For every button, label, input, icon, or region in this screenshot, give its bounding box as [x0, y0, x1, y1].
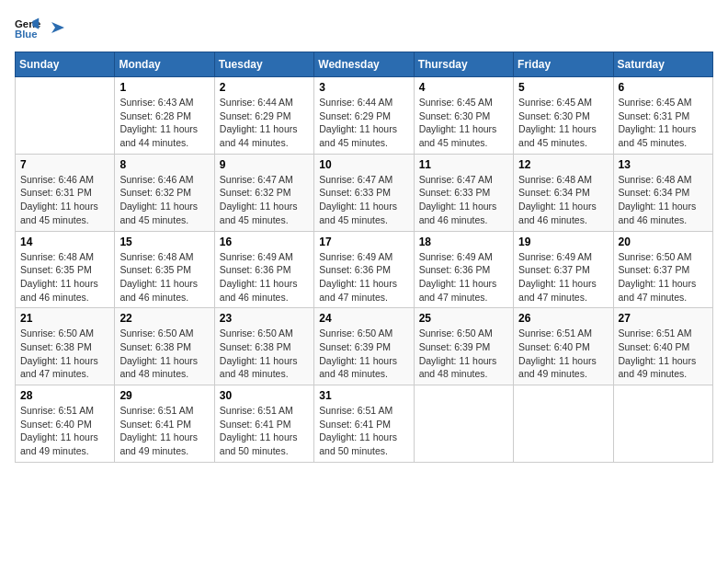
day-number: 12 — [518, 158, 608, 171]
calendar-cell: 6Sunrise: 6:45 AM Sunset: 6:31 PM Daylig… — [613, 77, 712, 155]
day-number: 4 — [419, 81, 508, 94]
calendar-cell: 3Sunrise: 6:44 AM Sunset: 6:29 PM Daylig… — [314, 77, 414, 155]
calendar-cell: 18Sunrise: 6:49 AM Sunset: 6:36 PM Dayli… — [414, 231, 513, 308]
calendar-cell: 4Sunrise: 6:45 AM Sunset: 6:30 PM Daylig… — [414, 77, 513, 155]
calendar-cell — [514, 385, 613, 463]
page-header: General Blue — [15, 15, 713, 40]
calendar-cell: 30Sunrise: 6:51 AM Sunset: 6:41 PM Dayli… — [214, 385, 313, 463]
day-number: 27 — [619, 312, 708, 325]
day-detail: Sunrise: 6:46 AM Sunset: 6:32 PM Dayligh… — [119, 173, 209, 227]
day-number: 25 — [419, 312, 508, 325]
day-detail: Sunrise: 6:46 AM Sunset: 6:31 PM Dayligh… — [20, 173, 109, 227]
calendar-cell: 14Sunrise: 6:48 AM Sunset: 6:35 PM Dayli… — [16, 231, 115, 308]
day-detail: Sunrise: 6:50 AM Sunset: 6:38 PM Dayligh… — [20, 327, 109, 381]
day-number: 13 — [619, 158, 708, 171]
calendar-cell: 19Sunrise: 6:49 AM Sunset: 6:37 PM Dayli… — [514, 231, 613, 308]
day-number: 14 — [20, 236, 109, 248]
calendar-cell: 24Sunrise: 6:50 AM Sunset: 6:39 PM Dayli… — [314, 308, 414, 385]
calendar-cell: 5Sunrise: 6:45 AM Sunset: 6:30 PM Daylig… — [514, 77, 613, 155]
col-header-tuesday: Tuesday — [214, 52, 313, 77]
day-detail: Sunrise: 6:51 AM Sunset: 6:40 PM Dayligh… — [20, 404, 109, 458]
day-detail: Sunrise: 6:49 AM Sunset: 6:37 PM Dayligh… — [518, 250, 608, 304]
calendar-cell: 29Sunrise: 6:51 AM Sunset: 6:41 PM Dayli… — [115, 385, 214, 463]
logo: General Blue — [15, 15, 66, 40]
calendar-cell: 23Sunrise: 6:50 AM Sunset: 6:38 PM Dayli… — [214, 308, 313, 385]
day-number: 10 — [319, 158, 408, 171]
day-number: 30 — [220, 389, 309, 402]
day-detail: Sunrise: 6:44 AM Sunset: 6:29 PM Dayligh… — [319, 96, 408, 150]
svg-text:Blue: Blue — [15, 29, 38, 40]
day-detail: Sunrise: 6:48 AM Sunset: 6:35 PM Dayligh… — [119, 250, 209, 304]
calendar-cell: 31Sunrise: 6:51 AM Sunset: 6:41 PM Dayli… — [314, 385, 414, 463]
day-number: 23 — [220, 312, 309, 325]
calendar-cell: 9Sunrise: 6:47 AM Sunset: 6:32 PM Daylig… — [214, 154, 313, 231]
day-number: 5 — [518, 81, 608, 94]
calendar-cell: 20Sunrise: 6:50 AM Sunset: 6:37 PM Dayli… — [613, 231, 712, 308]
logo-arrow-icon — [48, 18, 66, 37]
calendar-cell: 27Sunrise: 6:51 AM Sunset: 6:40 PM Dayli… — [613, 308, 712, 385]
calendar-cell: 13Sunrise: 6:48 AM Sunset: 6:34 PM Dayli… — [613, 154, 712, 231]
day-number: 20 — [619, 236, 708, 248]
day-number: 18 — [419, 236, 508, 248]
day-number: 21 — [20, 312, 109, 325]
calendar-cell: 1Sunrise: 6:43 AM Sunset: 6:28 PM Daylig… — [115, 77, 214, 155]
day-detail: Sunrise: 6:49 AM Sunset: 6:36 PM Dayligh… — [419, 250, 508, 304]
day-detail: Sunrise: 6:45 AM Sunset: 6:30 PM Dayligh… — [419, 96, 508, 150]
day-detail: Sunrise: 6:47 AM Sunset: 6:33 PM Dayligh… — [319, 173, 408, 227]
day-detail: Sunrise: 6:51 AM Sunset: 6:41 PM Dayligh… — [119, 404, 209, 458]
day-detail: Sunrise: 6:44 AM Sunset: 6:29 PM Dayligh… — [220, 96, 309, 150]
calendar-cell: 22Sunrise: 6:50 AM Sunset: 6:38 PM Dayli… — [115, 308, 214, 385]
day-number: 26 — [518, 312, 608, 325]
day-number: 11 — [419, 158, 508, 171]
calendar-cell: 21Sunrise: 6:50 AM Sunset: 6:38 PM Dayli… — [16, 308, 115, 385]
day-detail: Sunrise: 6:51 AM Sunset: 6:41 PM Dayligh… — [319, 404, 408, 458]
day-number: 16 — [220, 236, 309, 248]
col-header-friday: Friday — [514, 52, 613, 77]
day-detail: Sunrise: 6:43 AM Sunset: 6:28 PM Dayligh… — [119, 96, 209, 150]
day-detail: Sunrise: 6:51 AM Sunset: 6:40 PM Dayligh… — [518, 327, 608, 381]
calendar-cell: 17Sunrise: 6:49 AM Sunset: 6:36 PM Dayli… — [314, 231, 414, 308]
day-number: 22 — [119, 312, 209, 325]
calendar-cell: 15Sunrise: 6:48 AM Sunset: 6:35 PM Dayli… — [115, 231, 214, 308]
day-number: 9 — [220, 158, 309, 171]
calendar-cell — [613, 385, 712, 463]
calendar-cell: 10Sunrise: 6:47 AM Sunset: 6:33 PM Dayli… — [314, 154, 414, 231]
day-detail: Sunrise: 6:50 AM Sunset: 6:38 PM Dayligh… — [220, 327, 309, 381]
calendar-cell: 25Sunrise: 6:50 AM Sunset: 6:39 PM Dayli… — [414, 308, 513, 385]
calendar-cell: 28Sunrise: 6:51 AM Sunset: 6:40 PM Dayli… — [16, 385, 115, 463]
day-detail: Sunrise: 6:47 AM Sunset: 6:32 PM Dayligh… — [220, 173, 309, 227]
calendar-table: SundayMondayTuesdayWednesdayThursdayFrid… — [15, 52, 713, 463]
calendar-cell: 8Sunrise: 6:46 AM Sunset: 6:32 PM Daylig… — [115, 154, 214, 231]
col-header-sunday: Sunday — [16, 52, 115, 77]
day-detail: Sunrise: 6:51 AM Sunset: 6:40 PM Dayligh… — [619, 327, 708, 381]
calendar-cell: 12Sunrise: 6:48 AM Sunset: 6:34 PM Dayli… — [514, 154, 613, 231]
calendar-cell — [414, 385, 513, 463]
calendar-cell: 26Sunrise: 6:51 AM Sunset: 6:40 PM Dayli… — [514, 308, 613, 385]
day-number: 7 — [20, 158, 109, 171]
calendar-cell — [16, 77, 115, 155]
day-detail: Sunrise: 6:50 AM Sunset: 6:38 PM Dayligh… — [119, 327, 209, 381]
day-number: 17 — [319, 236, 408, 248]
calendar-cell: 2Sunrise: 6:44 AM Sunset: 6:29 PM Daylig… — [214, 77, 313, 155]
day-number: 31 — [319, 389, 408, 402]
col-header-wednesday: Wednesday — [314, 52, 414, 77]
col-header-thursday: Thursday — [414, 52, 513, 77]
day-number: 28 — [20, 389, 109, 402]
day-number: 8 — [119, 158, 209, 171]
col-header-saturday: Saturday — [613, 52, 712, 77]
day-number: 15 — [119, 236, 209, 248]
day-detail: Sunrise: 6:48 AM Sunset: 6:34 PM Dayligh… — [518, 173, 608, 227]
day-number: 1 — [119, 81, 209, 94]
day-detail: Sunrise: 6:49 AM Sunset: 6:36 PM Dayligh… — [319, 250, 408, 304]
day-detail: Sunrise: 6:45 AM Sunset: 6:31 PM Dayligh… — [619, 96, 708, 150]
day-detail: Sunrise: 6:51 AM Sunset: 6:41 PM Dayligh… — [220, 404, 309, 458]
day-number: 2 — [220, 81, 309, 94]
day-detail: Sunrise: 6:48 AM Sunset: 6:34 PM Dayligh… — [619, 173, 708, 227]
col-header-monday: Monday — [115, 52, 214, 77]
logo-icon: General Blue — [15, 15, 40, 40]
calendar-cell: 7Sunrise: 6:46 AM Sunset: 6:31 PM Daylig… — [16, 154, 115, 231]
day-number: 3 — [319, 81, 408, 94]
day-number: 6 — [619, 81, 708, 94]
day-number: 24 — [319, 312, 408, 325]
day-number: 29 — [119, 389, 209, 402]
